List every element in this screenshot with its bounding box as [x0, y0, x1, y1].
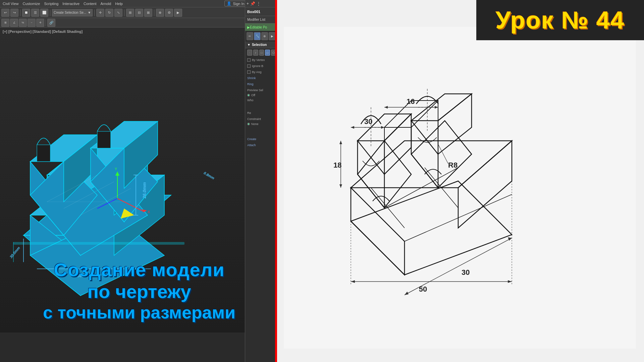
menu-civil-view[interactable]: Civil View: [3, 2, 18, 6]
tab-hierarchy[interactable]: ⊕: [261, 32, 268, 40]
polygon-button[interactable]: ◻: [265, 50, 270, 56]
constraint-label: Constraint: [247, 117, 276, 121]
toolbar-sep-2: [50, 9, 50, 16]
sign-in-label: Sign In: [233, 2, 244, 6]
cross-button[interactable]: ✛: [36, 19, 44, 27]
shrink-button[interactable]: Shrink: [247, 76, 276, 80]
dropdown-arrow-icon: ▼: [88, 11, 91, 14]
person-icon: 👤: [227, 1, 231, 6]
left-panel: Civil View Customize Scripting Interacti…: [0, 0, 278, 362]
rotate-button[interactable]: ↻: [105, 9, 113, 17]
add-modifier-button[interactable]: +: [247, 1, 249, 6]
sign-in-button[interactable]: 👤 Sign In: [224, 1, 247, 6]
edge-button[interactable]: /: [253, 50, 258, 56]
snap-button[interactable]: ⊞: [1, 19, 9, 27]
properties-panel: + 📌 ⋮ Box001 Modifier List ▶ Editable Po…: [245, 0, 278, 362]
panel-tabs: ✏ 🔧 ⊕ ▶: [245, 32, 278, 42]
tab-motion[interactable]: ▶: [269, 32, 275, 40]
tab-modify[interactable]: 🔧: [254, 32, 261, 40]
by-vertex-check[interactable]: [247, 58, 251, 62]
toolbar-sep-5: [154, 9, 154, 16]
toolbar-sep-1: [20, 9, 20, 16]
redo-button[interactable]: ↪: [10, 9, 18, 17]
object-name-bar: Box001: [245, 7, 278, 16]
by-angle-label: By Ang: [252, 70, 276, 74]
mirror-button[interactable]: ⊞: [126, 9, 134, 17]
section-arrow-icon: ▼: [247, 43, 251, 47]
spinner-snap-button[interactable]: ~: [28, 19, 36, 27]
menu-customize[interactable]: Customize: [22, 2, 40, 6]
svg-text:Y: Y: [115, 167, 117, 171]
menu-bar: Civil View Customize Scripting Interacti…: [0, 0, 278, 7]
link-button[interactable]: 🔗: [47, 19, 55, 27]
move-button[interactable]: ✛: [96, 9, 104, 17]
modifier-name: Editable Po: [250, 25, 267, 29]
select-object-button[interactable]: 🔲: [22, 9, 30, 17]
pin-button[interactable]: 📌: [250, 1, 255, 6]
off-radio[interactable]: [247, 94, 250, 97]
title-overlay: Урок № 44: [476, 0, 644, 40]
svg-text:26.0mm: 26.0mm: [142, 182, 147, 199]
modifier-list-bar: Modifier List: [245, 16, 278, 23]
svg-marker-22: [37, 145, 50, 162]
border-button[interactable]: □: [259, 50, 264, 56]
attach-label[interactable]: Attach: [247, 143, 276, 147]
by-angle-row: By Ang: [245, 69, 278, 75]
overlay-line2: по чертежу: [43, 281, 235, 302]
constraint-row: Constraint: [245, 116, 278, 122]
dim-18-label: 18: [333, 161, 341, 169]
by-angle-check[interactable]: [247, 70, 251, 74]
menu-content[interactable]: Content: [84, 2, 97, 6]
editable-poly-modifier[interactable]: ▶ Editable Po: [245, 23, 278, 31]
ring-row: Ring: [245, 81, 278, 87]
layer-button[interactable]: ⊕: [156, 9, 164, 17]
viewport-label: [+] [Perspective] [Standard] [Default Sh…: [3, 29, 83, 34]
create-row: Create: [245, 136, 278, 142]
technical-drawing-panel: Урок № 44: [277, 0, 644, 362]
create-label[interactable]: Create: [247, 137, 276, 141]
dim-r8-label: R8: [448, 161, 458, 169]
render-button[interactable]: ▶: [174, 9, 182, 17]
selection-section[interactable]: ▼ Selection: [245, 42, 278, 48]
none-radio[interactable]: [247, 123, 250, 125]
who-row: Who: [245, 97, 278, 103]
tab-create[interactable]: ✏: [247, 32, 253, 40]
svg-rect-47: [284, 27, 636, 349]
create-selection-label: Create Selection Se...: [54, 11, 86, 14]
percent-snap-button[interactable]: %: [19, 19, 27, 27]
array-button[interactable]: ⊠: [144, 9, 152, 17]
menu-help[interactable]: Help: [115, 2, 123, 6]
off-label: Off: [251, 94, 255, 97]
scale-button[interactable]: ⤡: [114, 9, 122, 17]
angle-snap-button[interactable]: ∠: [10, 19, 18, 27]
who-label: Who: [247, 99, 276, 102]
menu-arnold[interactable]: Arnold: [101, 2, 111, 6]
menu-interactive[interactable]: Interactive: [62, 2, 79, 6]
ring-button[interactable]: Ring: [247, 82, 276, 86]
rect-select-button[interactable]: ⬜: [40, 9, 48, 17]
rel-row: Re: [245, 110, 278, 116]
svg-marker-23: [97, 131, 111, 148]
undo-button[interactable]: ↩: [1, 9, 9, 17]
ignore-check[interactable]: [247, 64, 251, 68]
by-vertex-label: By Vertex: [252, 58, 276, 62]
toolbar-sep-4: [124, 9, 124, 16]
render-setup-button[interactable]: ⚙: [165, 9, 173, 17]
selection-title: Selection: [252, 43, 267, 47]
vertex-button[interactable]: ·: [247, 50, 252, 56]
modifier-expand-icon: ▶: [247, 25, 250, 29]
svg-text:30.0mm: 30.0mm: [9, 246, 21, 259]
none-label: None: [251, 122, 259, 126]
selection-icons: · / □ ◻ ⬡: [245, 48, 278, 57]
by-vertex-row: By Vertex: [245, 57, 278, 63]
preview-sel-label: Preview Sel: [247, 88, 276, 92]
menu-scripting[interactable]: Scripting: [44, 2, 58, 6]
3d-viewport[interactable]: [+] [Perspective] [Standard] [Default Sh…: [0, 27, 278, 333]
technical-drawing-svg: 30 16 18 R8 50 30: [284, 27, 636, 349]
select-by-name-button[interactable]: ☰: [31, 9, 39, 17]
panel-top-bar: + 📌 ⋮: [245, 0, 278, 7]
align-button[interactable]: ⊟: [135, 9, 143, 17]
create-selection-dropdown[interactable]: Create Selection Se... ▼: [52, 9, 93, 16]
options-button[interactable]: ⋮: [257, 1, 261, 6]
object-name-text: Box001: [247, 10, 260, 14]
